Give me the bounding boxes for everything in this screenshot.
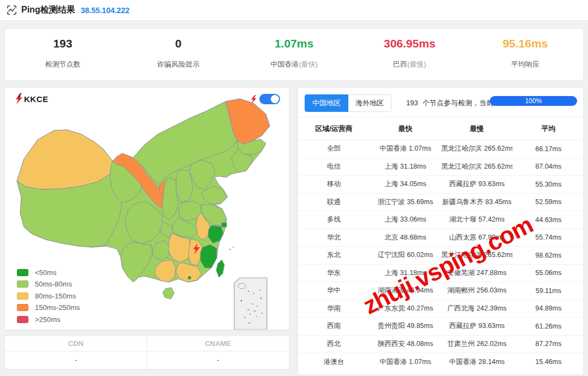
latency-table-header: 区域/运营商最快最慢平均	[298, 117, 584, 140]
map-region-xinjiang[interactable]	[17, 130, 112, 189]
table-cell: 华东	[298, 264, 370, 282]
table-cell: 浙江宁波 35.69ms	[370, 193, 441, 211]
table-cell: 上海 34.05ms	[370, 176, 441, 194]
map-region-hainan[interactable]	[163, 288, 174, 299]
stat-value: 193	[5, 37, 121, 50]
table-row: 港澳台中国香港 1.07ms中国香港 28.14ms15.46ms	[298, 353, 584, 371]
table-cell: 中国香港 1.07ms	[370, 353, 441, 371]
table-cell: 西藏拉萨 93.63ms	[441, 318, 513, 336]
kkce-logo: KKCE	[15, 93, 49, 104]
table-cell: 湖北十堰 57.42ms	[441, 211, 513, 229]
legend-swatch	[17, 304, 28, 311]
table-cell: 上海 33.06ms	[370, 211, 441, 229]
stat-label: 检测节点数	[45, 60, 80, 68]
table-row: 移动上海 34.05ms西藏拉萨 93.63ms55.30ms	[298, 176, 584, 194]
legend-swatch	[17, 316, 28, 323]
table-cell: 全部	[298, 140, 370, 158]
column-header: 最慢	[441, 117, 513, 140]
stat-fraud-risk: 0 诈骗风险提示	[121, 29, 236, 80]
table-cell: 华北	[298, 229, 370, 247]
progress-bar: 100%	[490, 96, 577, 106]
stat-average: 95.16ms 平均响应	[467, 29, 583, 80]
legend-swatch	[17, 269, 28, 276]
table-cell: 东北	[298, 247, 370, 265]
legend-label: 50ms-80ms	[35, 280, 72, 288]
table-row: 多线上海 33.06ms湖北十堰 57.42ms44.63ms	[298, 211, 584, 229]
latency-legend: <50ms50ms-80ms80ms-150ms150ms-250ms>250m…	[17, 267, 80, 326]
stat-label: 平均响应	[511, 60, 539, 68]
legend-item: >250ms	[17, 314, 80, 326]
table-cell: 黑龙江哈尔滨 265.62ms	[441, 247, 513, 265]
cdn-value-cell: -	[5, 351, 147, 369]
latency-table: 区域/运营商最快最慢平均 全部中国香港 1.07ms黑龙江哈尔滨 265.62m…	[298, 117, 584, 371]
table-cell: 44.63ms	[513, 211, 584, 229]
china-latency-map-card: KKCE <50ms50ms-80ms80ms-150ms150ms-250ms…	[4, 87, 289, 330]
cdn-header-row: CDNCNAME	[5, 336, 289, 351]
table-cell: 陕西西安 48.08ms	[370, 335, 441, 353]
legend-item: <50ms	[17, 267, 80, 279]
legend-item: 80ms-150ms	[17, 290, 80, 302]
page-header: Ping检测结果 38.55.104.222	[0, 0, 588, 21]
table-row: 华北北京 48.68ms山西太原 67.90ms55.74ms	[298, 229, 584, 247]
legend-label: >250ms	[35, 315, 61, 324]
column-header: 平均	[513, 117, 584, 140]
table-cell: 55.06ms	[513, 264, 584, 282]
table-row: 西南贵州贵阳 49.85ms西藏拉萨 93.63ms61.26ms	[298, 318, 584, 336]
table-row: 东北辽宁沈阳 60.02ms黑龙江哈尔滨 265.62ms98.62ms	[298, 247, 584, 265]
cdn-header-cell: CDN	[5, 336, 147, 351]
lightning-icon	[251, 95, 257, 103]
map-region-shanghai[interactable]	[222, 223, 227, 227]
legend-item: 50ms-80ms	[17, 278, 80, 290]
fast-mode-toggle-group	[251, 94, 280, 104]
table-cell: 甘肃兰州 262.02ms	[441, 335, 513, 353]
legend-label: <50ms	[35, 268, 56, 277]
stat-label: 巴西	[393, 60, 407, 68]
table-cell: 湖南郴州 256.03ms	[441, 282, 513, 300]
table-cell: 55.74ms	[513, 229, 584, 247]
cdn-info-card: CDNCNAME --	[4, 336, 289, 369]
stat-label: 中国香港	[270, 60, 299, 68]
table-cell: 中国香港 28.14ms	[441, 353, 513, 371]
stat-value: 0	[121, 37, 236, 50]
tab-china-region[interactable]: 中国地区	[305, 94, 348, 112]
tab-overseas-region[interactable]: 海外地区	[348, 94, 391, 112]
table-cell: 55.30ms	[513, 176, 584, 194]
table-cell: 辽宁沈阳 60.02ms	[370, 247, 441, 265]
table-cell: 59.11ms	[513, 282, 584, 300]
table-row: 华南广东东莞 40.27ms广西北海 242.39ms94.89ms	[298, 300, 584, 318]
table-cell: 广东东莞 40.27ms	[370, 300, 441, 318]
target-ip: 38.55.104.222	[81, 6, 130, 15]
table-cell: 西藏拉萨 93.63ms	[441, 176, 513, 194]
table-cell: 黑龙江哈尔滨 265.62ms	[441, 140, 513, 158]
table-row: 华中湖南湘潭 46.94ms湖南郴州 256.03ms59.11ms	[298, 282, 584, 300]
table-row: 联通浙江宁波 35.69ms新疆乌鲁木齐 83.45ms52.59ms	[298, 193, 584, 211]
table-cell: 61.26ms	[513, 318, 584, 336]
toggle-knob	[271, 95, 279, 103]
table-cell: 87.04ms	[513, 158, 584, 176]
latency-table-body: 全部中国香港 1.07ms黑龙江哈尔滨 265.62ms66.17ms电信上海 …	[298, 140, 584, 371]
region-tabs: 中国地区海外地区	[305, 94, 391, 112]
table-cell: 多线	[298, 211, 370, 229]
table-cell: 广西北海 242.39ms	[441, 300, 513, 318]
stat-fastest: 1.07ms 中国香港(最快)	[236, 29, 352, 80]
map-region-taiwan[interactable]	[216, 260, 224, 277]
table-cell: 联通	[298, 193, 370, 211]
stat-value: 306.95ms	[352, 37, 467, 50]
legend-item: 150ms-250ms	[17, 302, 80, 314]
stat-slowest: 306.95ms 巴西(最慢)	[352, 29, 467, 80]
table-cell: 中国香港 1.07ms	[370, 140, 441, 158]
table-cell: 华中	[298, 282, 370, 300]
legend-swatch	[17, 293, 28, 300]
stat-node-count: 193 检测节点数	[5, 29, 121, 80]
ping-detail-panel: 中国地区海外地区 193个节点参与检测，当前进度: 100% 区域/运营商最快最…	[298, 87, 584, 375]
table-cell: 移动	[298, 176, 370, 194]
map-toggle-switch[interactable]	[259, 94, 280, 104]
map-region-fujian[interactable]	[200, 244, 217, 268]
stat-value: 95.16ms	[467, 37, 583, 50]
legend-label: 150ms-250ms	[35, 303, 80, 312]
node-count: 193	[406, 99, 418, 107]
column-header: 最快	[370, 117, 441, 140]
table-cell: 北京 48.68ms	[370, 229, 441, 247]
cdn-value-cell: -	[147, 351, 289, 369]
stat-value: 1.07ms	[236, 37, 352, 50]
